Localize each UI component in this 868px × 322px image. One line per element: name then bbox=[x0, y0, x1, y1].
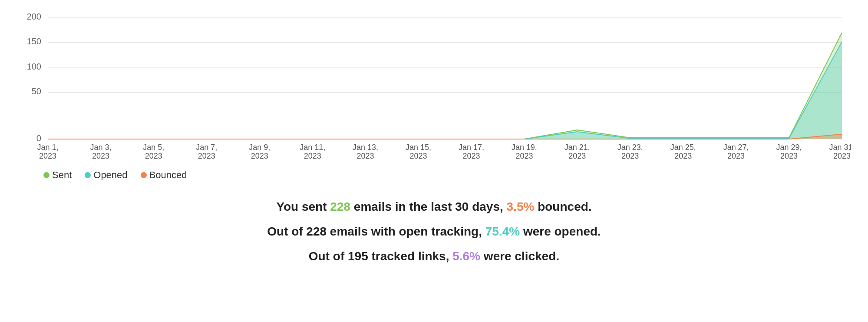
svg-text:Jan 7,: Jan 7, bbox=[196, 143, 217, 152]
svg-text:2023: 2023 bbox=[410, 152, 427, 160]
email-chart-container: 200 150 100 50 0 Jan 1, 2023 Jan 3, 2023 bbox=[17, 9, 851, 181]
svg-text:Jan 21,: Jan 21, bbox=[564, 143, 590, 152]
svg-text:2023: 2023 bbox=[39, 152, 56, 160]
svg-text:Jan 15,: Jan 15, bbox=[406, 143, 431, 152]
svg-text:Jan 13,: Jan 13, bbox=[353, 143, 378, 152]
svg-text:2023: 2023 bbox=[515, 152, 533, 160]
legend-opened: Opened bbox=[85, 169, 127, 181]
svg-text:2023: 2023 bbox=[621, 152, 639, 160]
stat1-prefix: You sent bbox=[276, 200, 330, 213]
svg-text:2023: 2023 bbox=[727, 152, 745, 160]
opened-area bbox=[48, 42, 842, 139]
stat1-middle: emails in the last 30 days, bbox=[350, 200, 507, 213]
svg-text:50: 50 bbox=[32, 86, 41, 96]
svg-text:Jan 11,: Jan 11, bbox=[300, 143, 325, 152]
stat-line-3: Out of 195 tracked links, 5.6% were clic… bbox=[267, 248, 601, 265]
svg-text:2023: 2023 bbox=[92, 152, 109, 160]
svg-text:2023: 2023 bbox=[198, 152, 215, 160]
stat3-pct: 5.6% bbox=[452, 249, 480, 263]
svg-text:2023: 2023 bbox=[251, 152, 268, 160]
svg-text:0: 0 bbox=[36, 133, 41, 143]
svg-text:Jan 17,: Jan 17, bbox=[459, 143, 484, 152]
svg-text:Jan 31,: Jan 31, bbox=[829, 143, 851, 152]
stat2-suffix: were opened. bbox=[520, 225, 601, 238]
chart-legend: Sent Opened Bounced bbox=[43, 169, 851, 181]
bounced-label: Bounced bbox=[149, 169, 187, 181]
stat1-pct: 3.5% bbox=[507, 200, 535, 213]
sent-area bbox=[48, 33, 842, 139]
svg-text:100: 100 bbox=[27, 62, 41, 71]
chart-svg: 200 150 100 50 0 Jan 1, 2023 Jan 3, 2023 bbox=[17, 9, 851, 165]
stat-line-1: You sent 228 emails in the last 30 days,… bbox=[267, 198, 601, 215]
sent-dot bbox=[43, 172, 50, 178]
legend-bounced: Bounced bbox=[141, 169, 187, 181]
sent-line bbox=[48, 33, 842, 139]
svg-text:2023: 2023 bbox=[462, 152, 480, 160]
svg-text:2023: 2023 bbox=[357, 152, 374, 160]
legend-sent: Sent bbox=[43, 169, 72, 181]
svg-text:2023: 2023 bbox=[833, 152, 851, 160]
svg-text:Jan 5,: Jan 5, bbox=[143, 143, 164, 152]
svg-text:2023: 2023 bbox=[780, 152, 798, 160]
svg-text:Jan 27,: Jan 27, bbox=[723, 143, 749, 152]
svg-text:Jan 1,: Jan 1, bbox=[37, 143, 58, 152]
svg-text:200: 200 bbox=[27, 12, 41, 21]
stat2-prefix: Out of 228 emails with open tracking, bbox=[267, 225, 485, 238]
sent-label: Sent bbox=[52, 169, 72, 181]
svg-text:Jan 3,: Jan 3, bbox=[90, 143, 111, 152]
stat1-number: 228 bbox=[330, 200, 350, 213]
stats-section: You sent 228 emails in the last 30 days,… bbox=[267, 198, 601, 273]
svg-text:2023: 2023 bbox=[145, 152, 162, 160]
svg-text:2023: 2023 bbox=[304, 152, 321, 160]
stat1-suffix: bounced. bbox=[534, 200, 591, 213]
stat2-pct: 75.4% bbox=[485, 225, 520, 238]
stat3-suffix: were clicked. bbox=[480, 249, 559, 263]
stat-line-2: Out of 228 emails with open tracking, 75… bbox=[267, 223, 601, 240]
svg-text:2023: 2023 bbox=[674, 152, 692, 160]
svg-text:Jan 25,: Jan 25, bbox=[670, 143, 696, 152]
svg-text:Jan 9,: Jan 9, bbox=[249, 143, 270, 152]
chart-area: 200 150 100 50 0 Jan 1, 2023 Jan 3, 2023 bbox=[17, 9, 851, 165]
opened-dot bbox=[85, 172, 91, 178]
stat3-prefix: Out of 195 tracked links, bbox=[309, 249, 452, 263]
bounced-dot bbox=[141, 172, 147, 178]
svg-text:Jan 29,: Jan 29, bbox=[776, 143, 802, 152]
svg-text:Jan 19,: Jan 19, bbox=[512, 143, 537, 152]
svg-text:2023: 2023 bbox=[568, 152, 586, 160]
opened-line bbox=[48, 42, 842, 139]
svg-text:Jan 23,: Jan 23, bbox=[617, 143, 643, 152]
svg-text:150: 150 bbox=[27, 37, 41, 46]
opened-label: Opened bbox=[93, 169, 127, 181]
